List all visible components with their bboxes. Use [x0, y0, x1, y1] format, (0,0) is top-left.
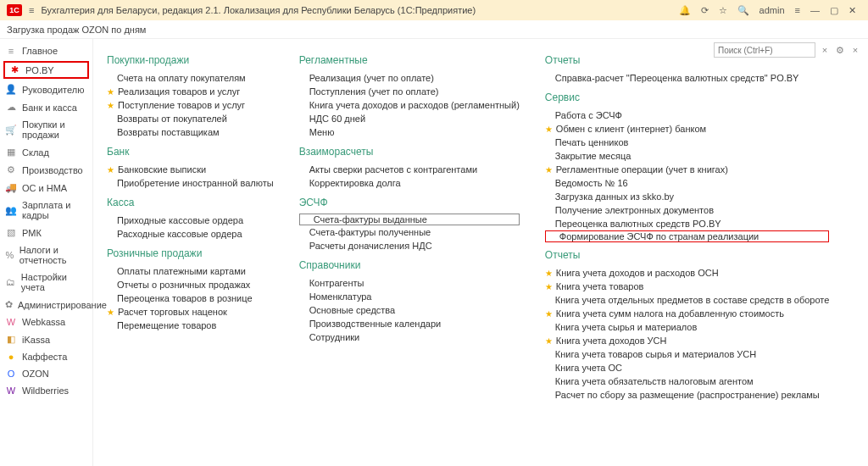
menu-link[interactable]: Счета-фактуры полученные — [299, 225, 520, 239]
sidebar-item-10[interactable]: %Налоги и отчетность — [0, 241, 92, 269]
sidebar-item-14[interactable]: ◧iKassa — [0, 330, 92, 348]
menu-link[interactable]: Расчет по сбору за размещение (распростр… — [545, 388, 830, 402]
minimize-icon[interactable]: — — [810, 5, 820, 15]
sidebar-item-15[interactable]: ●Каффеста — [0, 348, 92, 365]
menu-link[interactable]: Счета-фактуры выданные — [299, 214, 520, 225]
sidebar-label: Webkassa — [22, 317, 65, 327]
menu-link[interactable]: Возвраты поставщикам — [107, 125, 274, 139]
menu-link[interactable]: Реализация (учет по оплате) — [299, 71, 520, 85]
sidebar-item-7[interactable]: 🚚ОС и НМА — [0, 179, 92, 197]
search-icon[interactable]: 🔍 — [737, 5, 749, 16]
menu-link[interactable]: Книга учета отдельных предметов в состав… — [545, 293, 830, 307]
menu-link[interactable]: Производственные календари — [299, 317, 520, 330]
close-icon[interactable]: ✕ — [849, 5, 856, 16]
sidebar-item-4[interactable]: 🛒Покупки и продажи — [0, 116, 92, 143]
menu-link[interactable]: Приобретение иностранной валюты — [107, 176, 274, 190]
close-panel-icon[interactable]: × — [849, 45, 861, 55]
menu-link[interactable]: Расчеты доначисления НДС — [299, 239, 520, 252]
menu-link[interactable]: Расчет торговых наценок — [107, 305, 274, 319]
sidebar-item-11[interactable]: 🗂Настройки учета — [0, 269, 92, 296]
menu-link[interactable]: Реализация товаров и услуг — [107, 85, 274, 98]
menu-link[interactable]: Сотрудники — [299, 330, 520, 344]
column-3: ОтчетыСправка-расчет "Переоценка валютны… — [545, 47, 830, 402]
search-clear-icon[interactable]: × — [819, 45, 831, 55]
menu-link[interactable]: Справка-расчет "Переоценка валютных сред… — [545, 71, 830, 85]
section-header: Банк — [107, 146, 274, 158]
menu-link[interactable]: Корректировка долга — [299, 176, 520, 190]
menu-icon[interactable]: ≡ — [29, 5, 34, 15]
menu-link[interactable]: Номенклатура — [299, 290, 520, 303]
sidebar-item-17[interactable]: WWildberries — [0, 382, 92, 399]
sidebar-label: РМК — [22, 228, 42, 238]
menu-link[interactable]: Расходные кассовые ордера — [107, 227, 274, 241]
menu-link[interactable]: Книга учета обязательств налоговым агент… — [545, 374, 830, 388]
menu-link[interactable]: Книга учета ОС — [545, 361, 830, 374]
sidebar-item-3[interactable]: ☁Банк и касса — [0, 98, 92, 116]
sidebar-icon: 👤 — [5, 84, 17, 95]
menu-link[interactable]: Книга учета сырья и материалов — [545, 320, 830, 334]
sidebar-label: ОС и НМА — [22, 183, 67, 193]
sidebar-item-16[interactable]: OOZON — [0, 365, 92, 382]
menu-link[interactable]: Контрагенты — [299, 276, 520, 290]
sidebar-icon: % — [5, 250, 14, 260]
sidebar-icon: ✱ — [8, 64, 20, 75]
menu-link[interactable]: Формирование ЭСЧФ по странам реализации — [545, 230, 830, 242]
menu-link[interactable]: Поступления (учет по оплате) — [299, 85, 520, 98]
menu-link[interactable]: Акты сверки расчетов с контрагентами — [299, 163, 520, 176]
menu-link[interactable]: Печать ценников — [545, 136, 830, 149]
sidebar-item-5[interactable]: ▦Склад — [0, 143, 92, 161]
sidebar-item-9[interactable]: ▧РМК — [0, 224, 92, 241]
menu-link[interactable]: Книга учета доходов и расходов ОСН — [545, 266, 830, 280]
menu-link[interactable]: Приходные кассовые ордера — [107, 214, 274, 227]
settings-icon[interactable]: ⚙ — [834, 45, 846, 56]
menu-link[interactable]: Книга учета товаров — [545, 280, 830, 293]
menu-link[interactable]: Поступление товаров и услуг — [107, 98, 274, 112]
menu-link[interactable]: Книга учета доходов и расходов (регламен… — [299, 98, 520, 112]
menu-link[interactable]: Счета на оплату покупателям — [107, 71, 274, 85]
menu-link[interactable]: Банковские выписки — [107, 163, 274, 176]
menu-link[interactable]: Меню — [299, 125, 520, 139]
sidebar-icon: ● — [5, 352, 17, 362]
sidebar-icon: ▧ — [5, 227, 17, 238]
menu-link[interactable]: Оплаты платежными картами — [107, 264, 274, 278]
menu-link[interactable]: Получение электронных документов — [545, 203, 830, 217]
sidebar-icon: 🗂 — [5, 277, 16, 287]
menu-link[interactable]: Возвраты от покупателей — [107, 112, 274, 125]
menu-link[interactable]: Переоценка валютных средств PO.BY — [545, 217, 830, 230]
menu-link[interactable]: Обмен с клиент (интернет) банком — [545, 122, 830, 136]
sidebar-label: Настройки учета — [21, 272, 87, 292]
sidebar-item-12[interactable]: ✿Администрирование — [0, 296, 92, 313]
menu-link[interactable]: Закрытие месяца — [545, 149, 830, 163]
menu-link[interactable]: Книга учета сумм налога на добавленную с… — [545, 307, 830, 320]
star-icon[interactable]: ☆ — [719, 5, 727, 16]
sidebar-item-8[interactable]: 👥Зарплата и кадры — [0, 197, 92, 224]
section-header: Отчеты — [545, 249, 830, 261]
menu-link[interactable]: Регламентные операции (учет в книгах) — [545, 163, 830, 176]
triple-bar-icon[interactable]: ≡ — [795, 5, 800, 15]
sidebar-label: Главное — [22, 46, 58, 56]
sidebar-label: Налоги и отчетность — [19, 245, 87, 265]
menu-link[interactable]: Книга учета доходов УСН — [545, 334, 830, 347]
sidebar-item-2[interactable]: 👤Руководителю — [0, 80, 92, 98]
user-label[interactable]: admin — [760, 5, 785, 15]
sidebar-item-0[interactable]: ≡Главное — [0, 42, 92, 59]
menu-link[interactable]: Книга учета товаров сырья и материалов У… — [545, 347, 830, 361]
search-input[interactable] — [714, 42, 815, 58]
section-header: Регламентные — [299, 54, 520, 66]
menu-link[interactable]: Перемещение товаров — [107, 319, 274, 332]
menu-link[interactable]: Ведомость № 16 — [545, 176, 830, 190]
menu-link[interactable]: НДС 60 дней — [299, 112, 520, 125]
menu-link[interactable]: Работа с ЭСЧФ — [545, 108, 830, 122]
menu-link[interactable]: Загрузка данных из skko.by — [545, 190, 830, 203]
menu-link[interactable]: Переоценка товаров в рознице — [107, 291, 274, 305]
maximize-icon[interactable]: ▢ — [830, 5, 838, 16]
sidebar-item-1[interactable]: ✱PO.BY — [3, 61, 89, 79]
menu-link[interactable]: Основные средства — [299, 303, 520, 317]
sidebar-icon: ◧ — [5, 334, 17, 345]
history-icon[interactable]: ⟳ — [701, 5, 709, 16]
sidebar-item-13[interactable]: WWebkassa — [0, 313, 92, 330]
bell-icon[interactable]: 🔔 — [679, 5, 691, 16]
menu-link[interactable]: Отчеты о розничных продажах — [107, 278, 274, 291]
section-header: Покупки-продажи — [107, 54, 274, 66]
sidebar-item-6[interactable]: ⚙Производство — [0, 161, 92, 179]
